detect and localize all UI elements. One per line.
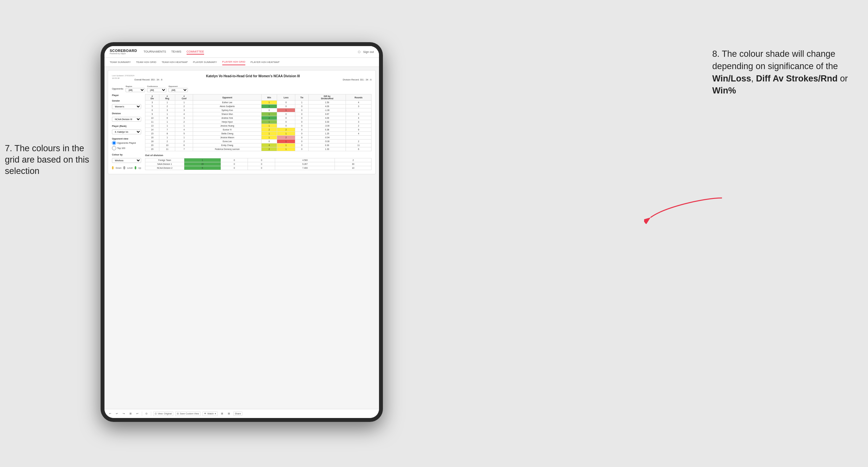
filter-opponent-select[interactable]: (All) xyxy=(168,88,188,92)
td-loss: 1 xyxy=(277,139,295,144)
td-reg: 8 xyxy=(159,132,175,136)
watch-btn[interactable]: 👁 Watch ▾ xyxy=(203,411,218,416)
undo2-btn[interactable]: ↩ xyxy=(115,411,119,416)
table-body: 3 1 1 Esther Lee 1 0 1 1.50 4 5 2 2 Alex… xyxy=(145,101,372,151)
save-custom-icon: ⊟ xyxy=(177,412,179,415)
filter-region-select[interactable]: (All) xyxy=(126,88,145,92)
td-conf: 6 xyxy=(175,144,193,147)
share-btn[interactable]: Share xyxy=(233,411,243,416)
save-custom-btn[interactable]: ⊟ Save Custom View xyxy=(175,411,200,416)
td-win: 1 xyxy=(261,120,277,124)
td-tie: 0 xyxy=(295,120,309,124)
td-conf: 1 xyxy=(175,136,193,139)
undo-btn[interactable]: ↩ xyxy=(108,411,113,416)
td-tie: 0 xyxy=(295,104,309,108)
sub-nav-team-summary[interactable]: TEAM SUMMARY xyxy=(110,59,131,65)
nav-teams[interactable]: TEAMS xyxy=(171,49,181,55)
radio-opponents-played-label: Opponents Played xyxy=(117,142,136,144)
content-card: Last Updated: 27/03/2024 16:55:38 Kately… xyxy=(108,70,376,174)
td-name: Alexis Sudjianto xyxy=(193,104,261,108)
table-row: 14 7 4 Eunice Yi 2 2 0 0.38 9 xyxy=(145,128,372,132)
td-diff: 4.00 xyxy=(309,104,346,108)
title-area: Katelyn Vo Head-to-Head Grid for Women's… xyxy=(134,74,372,83)
td-win: 0 xyxy=(261,108,277,112)
td-loss: 0 xyxy=(277,116,295,120)
td-reg: 10 xyxy=(159,144,175,147)
filter-conference-select[interactable]: (All) xyxy=(147,88,166,92)
sub-nav-player-summary[interactable]: PLAYER SUMMARY xyxy=(193,59,217,65)
filter-conference: Conference (All) xyxy=(147,85,166,92)
undo3-btn[interactable]: ↩ xyxy=(135,411,140,416)
view-original-btn[interactable]: ⊡ View: Original xyxy=(153,411,173,416)
main-title: Katelyn Vo Head-to-Head Grid for Women's… xyxy=(134,74,372,78)
view-original-label: View: Original xyxy=(158,412,172,415)
colour-by-select[interactable]: Win/loss xyxy=(112,158,141,163)
ood-td-win: 5 xyxy=(184,166,221,170)
td-tie: 0 xyxy=(295,139,309,144)
td-diff: 1.33 xyxy=(309,147,346,151)
ood-td-diff: 4.500 xyxy=(275,158,335,162)
td-name: Heejo Hyun xyxy=(193,120,261,124)
radio-opponents-played-input[interactable] xyxy=(112,141,116,145)
sub-nav-team-h2h-grid[interactable]: TEAM H2H GRID xyxy=(136,59,156,65)
td-rounds xyxy=(346,108,371,112)
share-icon-btn[interactable]: ⊞ xyxy=(226,411,231,416)
player-rank-section: Player (Rank) 8. Katelyn Vo xyxy=(112,125,141,134)
td-tie: 0 xyxy=(295,144,309,147)
sub-nav-player-h2h-grid[interactable]: PLAYER H2H GRID xyxy=(222,59,245,65)
sub-nav-player-h2h-heatmap[interactable]: PLAYER H2H HEATMAP xyxy=(250,59,280,65)
redo-btn[interactable]: ↪ xyxy=(121,411,126,416)
th-tie: Tie xyxy=(295,94,309,101)
td-conf: 3 xyxy=(175,108,193,112)
th-reg: #Reg xyxy=(159,94,175,101)
division-select[interactable]: NCAA Division III xyxy=(112,117,141,122)
td-loss: 1 xyxy=(277,132,295,136)
ood-td-loss: 0 xyxy=(221,158,248,162)
layout-btn[interactable]: ⊞ xyxy=(220,411,224,416)
td-win: 1 xyxy=(261,124,277,128)
table-row: 16 1 1 Jessica Mason 1 2 0 -0.94 xyxy=(145,136,372,139)
td-div: 5 xyxy=(145,104,159,108)
td-win: 1 xyxy=(261,112,277,116)
table-header-row: #Div #Reg #Conf Opponent Win Loss Tie Di… xyxy=(145,94,372,101)
th-loss: Loss xyxy=(277,94,295,101)
td-name: Jessica Mason xyxy=(193,136,261,139)
radio-opponents-played[interactable]: Opponents Played xyxy=(112,141,141,145)
td-win: 4 xyxy=(261,144,277,147)
td-diff: 3.67 xyxy=(309,112,346,116)
td-diff: -5.00 xyxy=(309,139,346,144)
td-conf: 2 xyxy=(175,139,193,144)
nav-sign-out-text[interactable]: Sign out xyxy=(363,50,374,54)
td-tie: 0 xyxy=(295,147,309,151)
timer-btn[interactable]: ⊙ xyxy=(144,411,149,416)
gender-select[interactable]: Women's xyxy=(112,104,141,109)
opponent-view-section: Opponent view Opponents Played Top 100 xyxy=(112,137,141,150)
toolbar-divider1 xyxy=(142,411,142,416)
legend-down-dot xyxy=(112,166,114,169)
nav-tournaments[interactable]: TOURNAMENTS xyxy=(144,49,166,55)
bottom-toolbar: ↩ ↩ ↪ ⊞ ↩ ⊙ ⊡ View: Original ⊟ Save Cust… xyxy=(104,409,379,418)
td-div: 20 xyxy=(145,144,159,147)
td-reg: 1 xyxy=(159,124,175,128)
nav-committee[interactable]: COMMITTEE xyxy=(187,49,204,55)
radio-top100-input[interactable] xyxy=(112,146,116,150)
td-reg: 7 xyxy=(159,128,175,132)
main-table: #Div #Reg #Conf Opponent Win Loss Tie Di… xyxy=(145,94,372,151)
td-reg: 1 xyxy=(159,112,175,116)
ood-table: Foreign Team 1 0 0 4.500 2 NAIA Division… xyxy=(145,158,372,170)
player-rank-select[interactable]: 8. Katelyn Vo xyxy=(112,129,141,134)
record-row: Overall Record: 353 - 34 - 6 Division Re… xyxy=(134,79,372,81)
th-opponent: Opponent xyxy=(193,94,261,101)
table-row: 13 1 1 Jessica Huang 1 0 0 -3.00 2 xyxy=(145,124,372,128)
td-rounds xyxy=(346,136,371,139)
ood-row: NAIA Division 1 15 0 0 9.267 30 xyxy=(145,162,372,166)
sub-nav-team-h2h-heatmap[interactable]: TEAM H2H HEATMAP xyxy=(162,59,188,65)
ood-td-rounds: 2 xyxy=(335,158,372,162)
td-conf: 1 xyxy=(175,124,193,128)
td-loss: 0 xyxy=(277,120,295,124)
td-div: 16 xyxy=(145,136,159,139)
radio-top100[interactable]: Top 100 xyxy=(112,146,141,150)
td-reg: 3 xyxy=(159,108,175,112)
td-name: Andrea York xyxy=(193,116,261,120)
copy-btn[interactable]: ⊞ xyxy=(128,411,133,416)
